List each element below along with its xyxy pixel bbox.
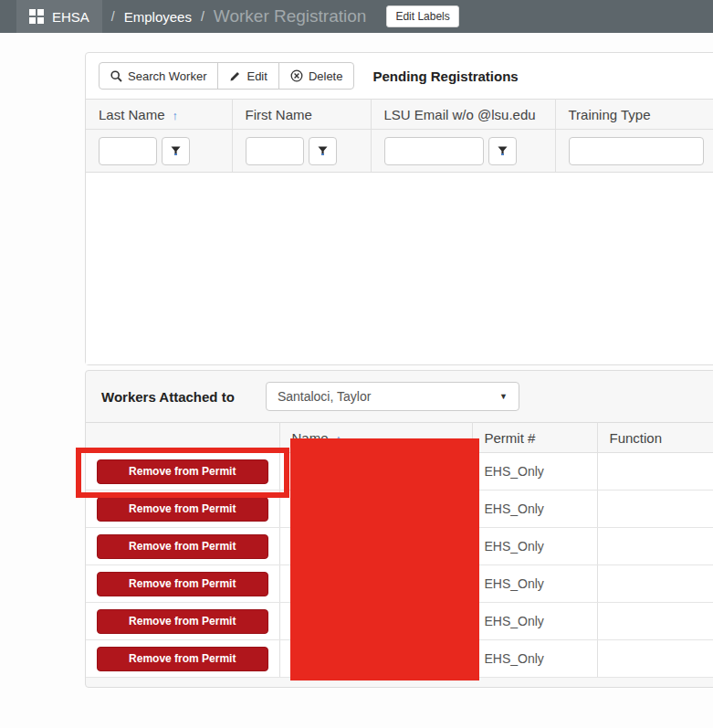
permit-cell: EHS_Only	[472, 528, 597, 565]
function-cell	[597, 640, 713, 678]
first-name-filter-input[interactable]	[246, 137, 304, 165]
pending-header-row: Last Name↑ First Name LSU Email w/o @lsu…	[86, 100, 713, 130]
caret-down-icon: ▼	[499, 392, 508, 401]
remove-from-permit-button[interactable]: Remove from Permit	[97, 497, 268, 522]
search-worker-button[interactable]: Search Worker	[99, 62, 218, 90]
pencil-icon	[229, 70, 241, 82]
pending-registrations-title: Pending Registrations	[372, 69, 518, 84]
function-cell	[597, 491, 713, 528]
column-header-last-name[interactable]: Last Name↑	[86, 100, 232, 130]
pending-filter-row	[86, 130, 713, 173]
pending-registrations-panel: Search Worker Edit Delete Pending Regist…	[85, 52, 713, 365]
remove-from-permit-button[interactable]: Remove from Permit	[97, 647, 268, 671]
app-brand[interactable]: EHSA	[16, 0, 102, 33]
last-name-filter-button[interactable]	[162, 137, 190, 165]
pending-table-empty-body	[86, 173, 713, 364]
remove-from-permit-button[interactable]: Remove from Permit	[97, 459, 268, 484]
lsu-email-filter-input[interactable]	[384, 137, 484, 165]
brand-label: EHSA	[52, 9, 89, 25]
breadcrumb-worker-registration: Worker Registration	[214, 6, 367, 26]
column-header-lsu-email[interactable]: LSU Email w/o @lsu.edu	[371, 100, 555, 130]
permit-cell: EHS_Only	[472, 640, 597, 678]
pending-toolbar-button-group: Search Worker Edit Delete	[99, 62, 354, 90]
breadcrumb-separator: /	[201, 9, 204, 24]
pending-registrations-table: Last Name↑ First Name LSU Email w/o @lsu…	[86, 99, 713, 173]
function-cell	[597, 603, 713, 640]
search-icon	[110, 70, 122, 82]
funnel-icon	[498, 146, 508, 156]
breadcrumb-separator: /	[111, 9, 115, 24]
worker-select-value: Santaloci, Taylor	[278, 389, 371, 404]
edit-label: Edit	[246, 69, 267, 83]
delete-button[interactable]: Delete	[278, 62, 355, 90]
pending-toolbar: Search Worker Edit Delete Pending Regist…	[86, 53, 713, 99]
search-worker-label: Search Worker	[128, 69, 206, 83]
funnel-icon	[318, 146, 328, 156]
workers-attached-label: Workers Attached to	[101, 389, 235, 405]
last-name-filter-input[interactable]	[99, 137, 157, 165]
column-header-actions	[86, 423, 279, 453]
remove-from-permit-button[interactable]: Remove from Permit	[97, 572, 268, 596]
permit-cell: EHS_Only	[472, 453, 597, 491]
top-navbar: EHSA / Employees / Worker Registration E…	[0, 0, 713, 33]
edit-button[interactable]: Edit	[217, 62, 278, 90]
permit-cell: EHS_Only	[472, 565, 597, 603]
training-type-filter-input[interactable]	[569, 137, 704, 165]
remove-from-permit-button[interactable]: Remove from Permit	[97, 534, 268, 559]
column-header-function[interactable]: Function	[597, 423, 713, 453]
column-header-permit[interactable]: Permit #	[472, 423, 597, 453]
remove-from-permit-button[interactable]: Remove from Permit	[97, 609, 268, 634]
first-name-filter-button[interactable]	[309, 137, 337, 165]
function-cell	[597, 565, 713, 603]
breadcrumb-employees[interactable]: Employees	[124, 9, 192, 25]
grid-icon	[29, 9, 45, 25]
column-header-training-type[interactable]: Training Type	[555, 100, 713, 130]
name-column-redaction-box	[290, 438, 479, 681]
funnel-icon	[171, 146, 181, 156]
edit-labels-button[interactable]: Edit Labels	[386, 5, 458, 27]
permit-cell: EHS_Only	[472, 491, 597, 528]
function-cell	[597, 528, 713, 565]
worker-select-dropdown[interactable]: Santaloci, Taylor ▼	[266, 382, 519, 411]
lsu-email-filter-button[interactable]	[488, 137, 517, 165]
circle-x-icon	[290, 69, 303, 82]
column-header-first-name[interactable]: First Name	[232, 100, 371, 130]
delete-label: Delete	[309, 69, 343, 83]
sort-asc-icon: ↑	[173, 109, 179, 122]
permit-cell: EHS_Only	[472, 603, 597, 640]
function-cell	[597, 453, 713, 491]
workers-attached-bar: Workers Attached to Santaloci, Taylor ▼	[86, 371, 713, 422]
